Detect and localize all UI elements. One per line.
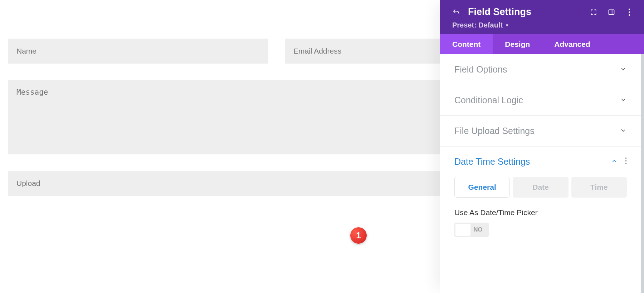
main-tabs: Content Design Advanced [440,34,644,54]
section-title-date-time: Date Time Settings [454,157,530,167]
panel-header: Field Settings Preset: Default ▼ [440,0,644,34]
use-as-picker-toggle[interactable]: NO [454,223,489,237]
preset-selector[interactable]: Preset: Default ▼ [452,21,633,29]
section-head-file-upload[interactable]: File Upload Settings [440,116,641,146]
chevron-up-icon [611,158,618,166]
use-as-picker-label: Use As Date/Time Picker [454,208,627,217]
caret-down-icon: ▼ [505,23,509,28]
name-field[interactable] [8,39,268,64]
use-as-picker-setting: Use As Date/Time Picker NO [440,205,641,248]
preset-label: Preset: Default [452,21,503,29]
date-time-subtabs: General Date Time [440,177,641,205]
section-date-time-settings: Date Time Settings General Date Time Use… [440,146,641,248]
chevron-down-icon [620,65,627,74]
more-icon[interactable] [625,8,633,16]
section-more-icon[interactable] [625,157,627,166]
chevron-down-icon [620,96,627,105]
tab-design[interactable]: Design [493,34,542,54]
section-conditional-logic: Conditional Logic [440,85,641,116]
svg-point-7 [625,163,627,164]
section-field-options: Field Options [440,54,641,85]
svg-point-6 [625,160,627,162]
section-head-field-options[interactable]: Field Options [440,54,641,85]
tab-advanced[interactable]: Advanced [542,34,602,54]
toggle-state-text: NO [470,226,488,233]
svg-point-5 [625,158,627,159]
section-title-conditional-logic: Conditional Logic [454,95,523,105]
section-title-field-options: Field Options [454,64,507,75]
annotation-badge-1: 1 [350,227,367,244]
header-icons [590,8,633,16]
panel-layout-icon[interactable] [608,8,615,16]
subtab-date[interactable]: Date [513,177,568,198]
expand-icon[interactable] [590,8,597,16]
svg-point-3 [629,11,630,13]
chevron-down-icon [620,127,627,135]
panel-body[interactable]: Field Options Conditional Logic File Upl… [440,54,644,293]
section-head-actions [611,157,627,166]
settings-panel: Field Settings Preset: Default ▼ Content… [440,0,644,293]
section-head-conditional-logic[interactable]: Conditional Logic [440,85,641,115]
toggle-knob [455,224,470,236]
panel-title: Field Settings [468,6,582,18]
section-head-date-time[interactable]: Date Time Settings [440,146,641,177]
subtab-time[interactable]: Time [571,177,627,198]
svg-point-4 [629,14,630,16]
subtab-general[interactable]: General [454,177,510,198]
section-title-file-upload: File Upload Settings [454,126,535,136]
section-file-upload-settings: File Upload Settings [440,116,641,146]
svg-point-2 [629,9,630,10]
undo-icon[interactable] [452,8,460,16]
panel-header-top: Field Settings [452,6,633,18]
svg-rect-0 [609,10,614,14]
tab-content[interactable]: Content [440,34,493,54]
